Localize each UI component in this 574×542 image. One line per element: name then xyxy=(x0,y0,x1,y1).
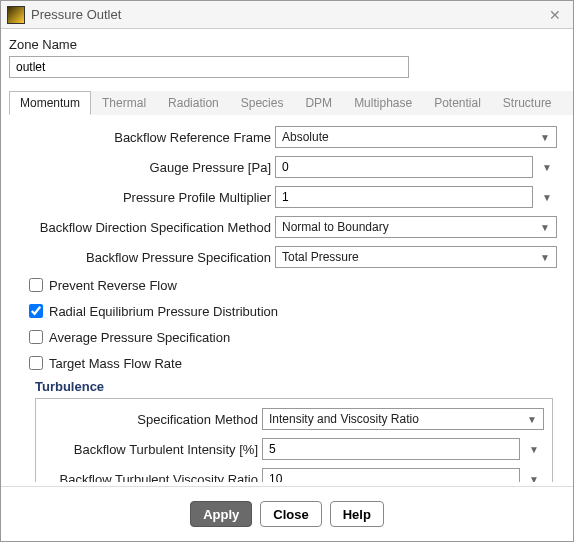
gauge-pressure-dropdown[interactable]: ▼ xyxy=(537,156,557,178)
titlebar: Pressure Outlet ✕ xyxy=(1,1,573,29)
help-button[interactable]: Help xyxy=(330,501,384,527)
backflow-dir-method-value: Normal to Boundary xyxy=(282,220,389,234)
pressure-profile-multiplier-label: Pressure Profile Multiplier xyxy=(17,190,275,205)
tab-potential[interactable]: Potential xyxy=(423,91,492,115)
tab-thermal[interactable]: Thermal xyxy=(91,91,157,115)
momentum-form: Backflow Reference Frame Absolute ▼ Gaug… xyxy=(9,115,565,482)
tab-species[interactable]: Species xyxy=(230,91,295,115)
pressure-profile-multiplier-input[interactable] xyxy=(275,186,533,208)
turb-intensity-dropdown[interactable]: ▼ xyxy=(524,438,544,460)
prevent-reverse-flow-label: Prevent Reverse Flow xyxy=(49,278,177,293)
turb-spec-method-value: Intensity and Viscosity Ratio xyxy=(269,412,419,426)
tab-multiphase[interactable]: Multiphase xyxy=(343,91,423,115)
tab-dpm[interactable]: DPM xyxy=(294,91,343,115)
window-title: Pressure Outlet xyxy=(31,7,543,22)
tab-structure[interactable]: Structure xyxy=(492,91,563,115)
backflow-dir-method-label: Backflow Direction Specification Method xyxy=(17,220,275,235)
backflow-pressure-spec-select[interactable]: Total Pressure ▼ xyxy=(275,246,557,268)
gauge-pressure-label: Gauge Pressure [Pa] xyxy=(17,160,275,175)
turb-intensity-input[interactable] xyxy=(262,438,520,460)
chevron-down-icon: ▼ xyxy=(540,132,550,143)
prevent-reverse-flow-checkbox[interactable] xyxy=(29,278,43,292)
backflow-pressure-spec-value: Total Pressure xyxy=(282,250,359,264)
turbulence-group: Turbulence Specification Method Intensit… xyxy=(35,379,553,482)
tab-uds[interactable]: UDS xyxy=(563,91,573,115)
zone-name-label: Zone Name xyxy=(9,37,565,52)
gauge-pressure-input[interactable] xyxy=(275,156,533,178)
tab-radiation[interactable]: Radiation xyxy=(157,91,230,115)
tab-momentum[interactable]: Momentum xyxy=(9,91,91,115)
turbulence-title: Turbulence xyxy=(35,379,553,394)
close-icon[interactable]: ✕ xyxy=(543,3,567,27)
zone-name-input[interactable] xyxy=(9,56,409,78)
turb-spec-method-label: Specification Method xyxy=(44,412,262,427)
tab-bar: Momentum Thermal Radiation Species DPM M… xyxy=(9,90,565,115)
apply-button[interactable]: Apply xyxy=(190,501,252,527)
turb-viscosity-ratio-label: Backflow Turbulent Viscosity Ratio xyxy=(44,472,262,483)
target-mass-flow-checkbox[interactable] xyxy=(29,356,43,370)
pressure-profile-multiplier-dropdown[interactable]: ▼ xyxy=(537,186,557,208)
button-bar: Apply Close Help xyxy=(1,486,573,541)
turb-intensity-label: Backflow Turbulent Intensity [%] xyxy=(44,442,262,457)
backflow-ref-frame-label: Backflow Reference Frame xyxy=(17,130,275,145)
backflow-ref-frame-select[interactable]: Absolute ▼ xyxy=(275,126,557,148)
average-pressure-spec-label: Average Pressure Specification xyxy=(49,330,230,345)
app-icon xyxy=(7,6,25,24)
backflow-pressure-spec-label: Backflow Pressure Specification xyxy=(17,250,275,265)
chevron-down-icon: ▼ xyxy=(527,414,537,425)
radial-equilibrium-label: Radial Equilibrium Pressure Distribution xyxy=(49,304,278,319)
backflow-ref-frame-value: Absolute xyxy=(282,130,329,144)
turb-viscosity-ratio-input[interactable] xyxy=(262,468,520,482)
dialog-pressure-outlet: Pressure Outlet ✕ Zone Name Momentum The… xyxy=(0,0,574,542)
chevron-down-icon: ▼ xyxy=(540,252,550,263)
turb-viscosity-ratio-dropdown[interactable]: ▼ xyxy=(524,468,544,482)
content-area: Zone Name Momentum Thermal Radiation Spe… xyxy=(1,29,573,482)
turb-spec-method-select[interactable]: Intensity and Viscosity Ratio ▼ xyxy=(262,408,544,430)
target-mass-flow-label: Target Mass Flow Rate xyxy=(49,356,182,371)
average-pressure-spec-checkbox[interactable] xyxy=(29,330,43,344)
radial-equilibrium-checkbox[interactable] xyxy=(29,304,43,318)
chevron-down-icon: ▼ xyxy=(540,222,550,233)
backflow-dir-method-select[interactable]: Normal to Boundary ▼ xyxy=(275,216,557,238)
close-button[interactable]: Close xyxy=(260,501,321,527)
